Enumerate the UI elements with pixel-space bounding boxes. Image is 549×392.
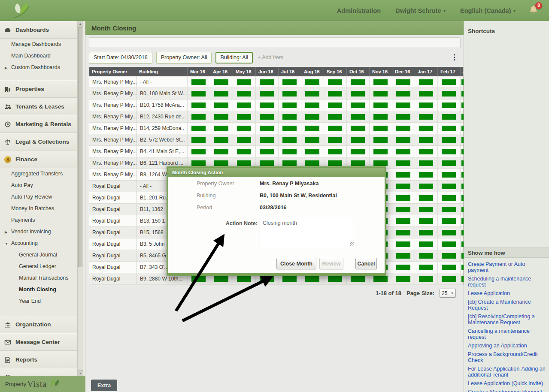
- month-status-cell[interactable]: [437, 134, 460, 145]
- month-status-cell[interactable]: [415, 262, 437, 273]
- closed-status-bar[interactable]: [260, 79, 274, 85]
- closed-status-bar[interactable]: [419, 218, 433, 224]
- scrollbar-up-button[interactable]: ▲: [78, 21, 83, 27]
- closed-status-bar[interactable]: [282, 160, 297, 166]
- month-status-cell[interactable]: [210, 123, 233, 134]
- cancel-button[interactable]: Cancel: [355, 258, 377, 269]
- month-status-cell[interactable]: [210, 111, 233, 122]
- show-me-how-link[interactable]: Process a Background/Credit Check: [468, 351, 547, 363]
- sidebar-item-custom-dashboards[interactable]: ▶Custom Dashboards: [0, 62, 77, 73]
- month-status-cell[interactable]: [392, 100, 415, 111]
- closed-status-bar[interactable]: [396, 172, 410, 178]
- closed-status-bar[interactable]: [373, 137, 388, 143]
- closed-status-bar[interactable]: [191, 137, 206, 143]
- closed-status-bar[interactable]: [442, 207, 456, 212]
- closed-status-bar[interactable]: [419, 160, 433, 166]
- closed-status-bar[interactable]: [442, 149, 456, 154]
- closed-status-bar[interactable]: [237, 114, 251, 120]
- close-month-button[interactable]: Close Month: [276, 258, 316, 269]
- month-status-cell[interactable]: [233, 146, 255, 157]
- column-header[interactable]: Property Owner: [89, 67, 136, 76]
- closed-status-bar[interactable]: [396, 276, 410, 282]
- month-status-cell[interactable]: [369, 76, 392, 87]
- closed-status-bar[interactable]: [214, 79, 228, 85]
- month-status-cell[interactable]: [187, 76, 210, 87]
- closed-status-bar[interactable]: [305, 103, 319, 108]
- sidebar-item-manage-dashboards[interactable]: Manage Dashboards: [0, 39, 77, 50]
- month-status-cell[interactable]: [324, 146, 346, 157]
- closed-status-bar[interactable]: [442, 253, 456, 259]
- closed-status-bar[interactable]: [396, 218, 410, 224]
- closed-status-bar[interactable]: [191, 126, 206, 131]
- sidebar-section-tenants-leases[interactable]: Tenants & Leases: [0, 98, 77, 115]
- closed-status-bar[interactable]: [396, 137, 410, 143]
- sidebar-item-auto-pay-review[interactable]: Auto Pay Review: [0, 191, 77, 203]
- closed-status-bar[interactable]: [237, 126, 251, 131]
- column-header[interactable]: Jul 16: [278, 67, 301, 76]
- month-status-cell[interactable]: [187, 88, 210, 99]
- month-status-cell[interactable]: [415, 88, 437, 99]
- month-status-cell[interactable]: [415, 157, 437, 169]
- month-status-cell[interactable]: [415, 134, 437, 145]
- closed-status-bar[interactable]: [351, 79, 365, 85]
- month-status-cell[interactable]: [233, 123, 255, 134]
- month-status-cell[interactable]: [346, 111, 369, 122]
- month-status-cell[interactable]: [437, 169, 460, 180]
- month-status-cell[interactable]: [301, 100, 324, 111]
- month-status-cell[interactable]: [187, 123, 210, 134]
- closed-status-bar[interactable]: [419, 149, 433, 154]
- month-status-cell[interactable]: [415, 146, 437, 157]
- closed-status-bar[interactable]: [419, 91, 433, 96]
- closed-status-bar[interactable]: [442, 79, 456, 85]
- month-status-cell[interactable]: [255, 123, 278, 134]
- month-status-cell[interactable]: [210, 88, 233, 99]
- show-me-how-link[interactable]: Approving an Application: [468, 343, 547, 349]
- month-status-cell[interactable]: [255, 146, 278, 157]
- closed-status-bar[interactable]: [396, 265, 410, 270]
- closed-status-bar[interactable]: [237, 149, 251, 154]
- month-status-cell[interactable]: [278, 134, 301, 145]
- month-status-cell[interactable]: [392, 134, 415, 145]
- column-header[interactable]: Jan 17: [415, 67, 437, 76]
- column-header[interactable]: Feb 17: [437, 67, 460, 76]
- month-status-cell[interactable]: [346, 123, 369, 134]
- column-header[interactable]: May 16: [233, 67, 255, 76]
- more-options-button[interactable]: ⋮: [451, 51, 458, 63]
- month-status-cell[interactable]: [210, 134, 233, 145]
- month-status-cell[interactable]: [437, 262, 460, 273]
- closed-status-bar[interactable]: [260, 91, 274, 96]
- closed-status-bar[interactable]: [419, 184, 433, 189]
- month-status-cell[interactable]: [210, 76, 233, 87]
- closed-status-bar[interactable]: [305, 126, 319, 131]
- column-header[interactable]: Jun 16: [255, 67, 278, 76]
- month-status-cell[interactable]: [415, 169, 437, 180]
- month-status-cell[interactable]: [369, 123, 392, 134]
- closed-status-bar[interactable]: [442, 103, 456, 108]
- month-status-cell[interactable]: [278, 100, 301, 111]
- closed-status-bar[interactable]: [419, 137, 433, 143]
- language-menu[interactable]: English (Canada) ▾: [460, 7, 516, 14]
- closed-status-bar[interactable]: [396, 91, 410, 96]
- month-status-cell[interactable]: [437, 76, 460, 87]
- closed-status-bar[interactable]: [214, 276, 228, 282]
- month-status-cell[interactable]: [301, 76, 324, 87]
- closed-status-bar[interactable]: [419, 230, 433, 235]
- month-status-cell[interactable]: [392, 123, 415, 134]
- sidebar-item-vendor-invoicing[interactable]: ▶Vendor Invoicing: [0, 226, 77, 238]
- sidebar-section-partial[interactable]: [0, 368, 77, 376]
- closed-status-bar[interactable]: [396, 79, 410, 85]
- column-header[interactable]: Sep 16: [324, 67, 346, 76]
- closed-status-bar[interactable]: [351, 160, 365, 166]
- month-status-cell[interactable]: [187, 134, 210, 145]
- closed-status-bar[interactable]: [328, 103, 342, 108]
- month-status-cell[interactable]: [392, 181, 415, 192]
- filter-start-date[interactable]: Start Date: 04/30/2016: [89, 52, 152, 63]
- closed-status-bar[interactable]: [373, 114, 388, 120]
- column-header[interactable]: Aug 16: [301, 67, 324, 76]
- closed-status-bar[interactable]: [419, 79, 433, 85]
- month-status-cell[interactable]: [233, 134, 255, 145]
- month-status-cell[interactable]: [210, 146, 233, 157]
- closed-status-bar[interactable]: [237, 276, 251, 282]
- closed-status-bar[interactable]: [351, 276, 365, 282]
- closed-status-bar[interactable]: [191, 114, 206, 120]
